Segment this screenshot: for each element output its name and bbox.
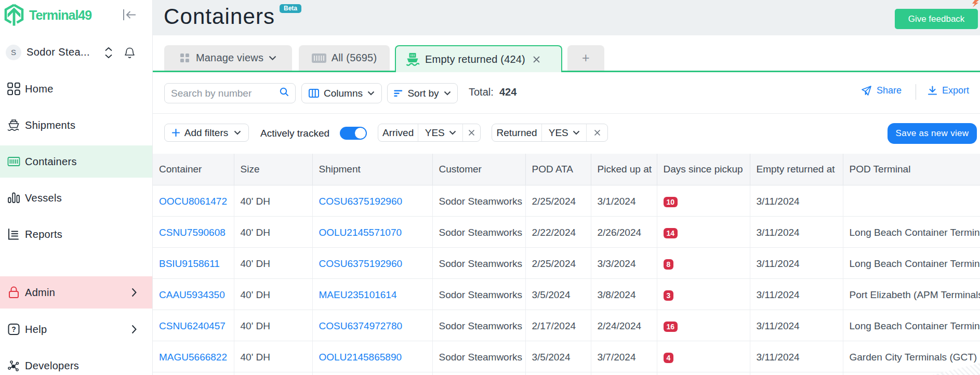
svg-text:?: ? bbox=[11, 325, 16, 333]
